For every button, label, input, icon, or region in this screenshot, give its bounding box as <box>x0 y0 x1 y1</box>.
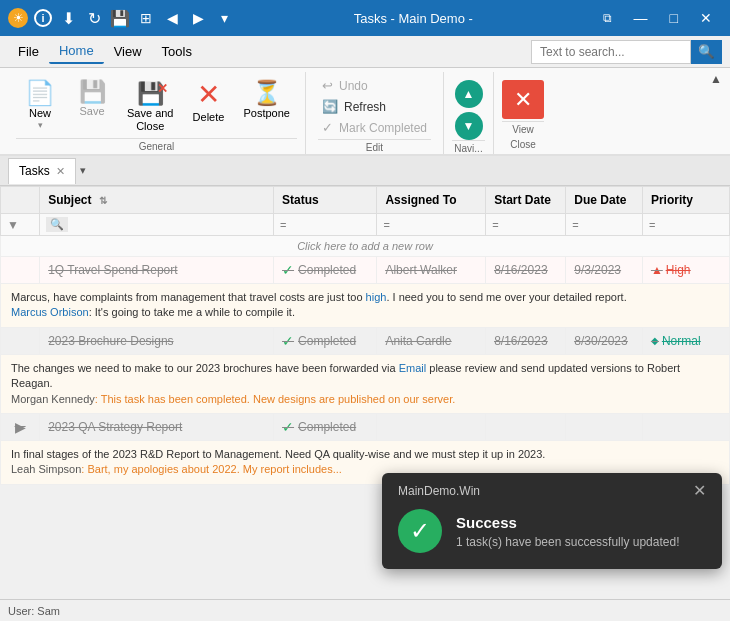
assigned-filter-cell[interactable]: = <box>377 214 486 236</box>
save-close-label: Save andClose <box>127 107 173 133</box>
navi-buttons: ▲ ▼ <box>455 76 483 140</box>
search-input[interactable] <box>531 40 691 64</box>
row2-start: 8/16/2023 <box>486 327 566 354</box>
row2-response-text: : This task has been completed. New desi… <box>95 393 456 405</box>
sun-icon[interactable]: ☀ <box>8 8 28 28</box>
row1-subject-cell: 1Q Travel Spend Report <box>40 257 274 284</box>
status-col-header[interactable]: Status <box>274 187 377 214</box>
row3-response-text: : Bart, my apologies about 2022. My repo… <box>81 463 341 475</box>
save-close-x-icon: ✕ <box>157 81 168 96</box>
row1-author-link[interactable]: Marcus Orbison <box>11 306 89 318</box>
refresh-label: Refresh <box>344 100 386 114</box>
due-filter-cell[interactable]: = <box>566 214 643 236</box>
navi-down-button[interactable]: ▼ <box>455 112 483 140</box>
menu-file[interactable]: File <box>8 40 49 63</box>
undo-button[interactable]: ↩ Undo <box>318 76 431 95</box>
ribbon-group-edit: ↩ Undo 🔄 Refresh ✓ Mark Completed Edit <box>306 72 444 154</box>
row3-start <box>486 413 566 440</box>
subject-filter-cell[interactable]: 🔍 <box>40 214 274 236</box>
row1-status-wrap: ✓ Completed <box>282 262 368 278</box>
tab-tasks-label: Tasks <box>19 164 50 178</box>
nav-dropdown-icon[interactable]: ▾ <box>214 8 234 28</box>
download-icon[interactable]: ⬇ <box>58 8 78 28</box>
save-button[interactable]: 💾 Save <box>68 76 116 123</box>
row2-start-text: 8/16/2023 <box>494 334 547 348</box>
general-group-label: General <box>16 138 297 156</box>
toast-message: 1 task(s) have been successfully updated… <box>456 535 679 549</box>
row2-priority-icon: ◆ <box>651 335 659 346</box>
row2-expander[interactable] <box>16 333 24 349</box>
tab-close-icon[interactable]: ✕ <box>56 165 65 178</box>
row1-response-text: : It's going to take me a while to compi… <box>89 306 295 318</box>
tile-btn[interactable]: ⧉ <box>593 6 622 30</box>
row1-expand-cell[interactable] <box>1 257 40 284</box>
row1-expander[interactable] <box>16 262 24 278</box>
refresh-button[interactable]: 🔄 Refresh <box>318 97 431 116</box>
nav-next-icon[interactable]: ▶ <box>188 8 208 28</box>
row3-expander[interactable]: ▶ <box>11 419 30 435</box>
save-icon-title[interactable]: 💾 <box>110 8 130 28</box>
edit-group-label: Edit <box>318 139 431 157</box>
delete-icon: ✕ <box>197 81 220 109</box>
maximize-btn[interactable]: □ <box>660 6 688 30</box>
new-button[interactable]: 📄 New ▾ <box>16 76 64 135</box>
add-row[interactable]: Click here to add a new row <box>1 236 730 257</box>
search-button[interactable]: 🔍 <box>691 40 722 64</box>
row3-expand-cell[interactable]: ▶ <box>1 413 40 440</box>
table-row[interactable]: 2023 Brochure Designs ✓ Completed Anita … <box>1 327 730 354</box>
row2-expand-cell[interactable] <box>1 327 40 354</box>
start-filter-cell[interactable]: = <box>486 214 566 236</box>
row1-start: 8/16/2023 <box>486 257 566 284</box>
refresh-icon-title[interactable]: ↻ <box>84 8 104 28</box>
row2-subject-cell: 2023 Brochure Designs <box>40 327 274 354</box>
row2-expand-row: The changes we need to make to our 2023 … <box>1 354 730 413</box>
save-close-button[interactable]: 💾 ✕ Save andClose <box>120 76 180 138</box>
menu-home[interactable]: Home <box>49 39 104 64</box>
assigned-col-header[interactable]: Assigned To <box>377 187 486 214</box>
title-bar-controls: ⧉ — □ ✕ <box>593 6 722 30</box>
delete-button[interactable]: ✕ Delete <box>184 76 232 129</box>
title-bar-icons: ☀ i ⬇ ↻ 💾 ⊞ ◀ ▶ ▾ <box>8 8 234 28</box>
row1-link1[interactable]: high <box>366 291 387 303</box>
info-icon[interactable]: i <box>34 9 52 27</box>
status-filter-cell[interactable]: = <box>274 214 377 236</box>
row2-link1[interactable]: Email <box>399 362 427 374</box>
postpone-label: Postpone <box>243 107 289 120</box>
filter-icon[interactable]: ▼ <box>7 218 19 232</box>
priority-filter-cell[interactable]: = <box>642 214 729 236</box>
status-bar: User: Sam <box>0 599 730 621</box>
subject-filter-input[interactable]: 🔍 <box>46 217 68 232</box>
toast-notification: MainDemo.Win ✕ ✓ Success 1 task(s) have … <box>382 473 722 569</box>
priority-col-header[interactable]: Priority <box>642 187 729 214</box>
minimize-btn[interactable]: — <box>624 6 658 30</box>
subject-col-header[interactable]: Subject ⇅ <box>40 187 274 214</box>
title-bar-left: ☀ i ⬇ ↻ 💾 ⊞ ◀ ▶ ▾ <box>8 8 234 28</box>
grid-icon[interactable]: ⊞ <box>136 8 156 28</box>
tab-bar: Tasks ✕ ▾ <box>0 156 730 186</box>
tab-dropdown-icon[interactable]: ▾ <box>80 164 86 177</box>
save-close-icon-wrap: 💾 ✕ <box>137 81 164 107</box>
menu-view[interactable]: View <box>104 40 152 63</box>
toast-close-button[interactable]: ✕ <box>693 481 706 500</box>
due-date-col-header[interactable]: Due Date <box>566 187 643 214</box>
close-view-button[interactable]: ✕ <box>502 80 544 119</box>
close-btn[interactable]: ✕ <box>690 6 722 30</box>
row1-expand-cell-content: Marcus, have complaints from management … <box>1 284 730 328</box>
ribbon-collapse-button[interactable]: ▲ <box>710 72 722 86</box>
mark-completed-button[interactable]: ✓ Mark Completed <box>318 118 431 137</box>
menu-tools[interactable]: Tools <box>152 40 202 63</box>
view-group-label: View <box>502 121 544 139</box>
subject-sort-icon[interactable]: ⇅ <box>99 195 107 206</box>
row2-due: 8/30/2023 <box>566 327 643 354</box>
add-row-cell[interactable]: Click here to add a new row <box>1 236 730 257</box>
start-date-col-header[interactable]: Start Date <box>486 187 566 214</box>
main-content: Subject ⇅ Status Assigned To Start Date … <box>0 186 730 599</box>
tab-tasks[interactable]: Tasks ✕ <box>8 158 76 184</box>
postpone-button[interactable]: ⏳ Postpone <box>236 76 296 125</box>
nav-prev-icon[interactable]: ◀ <box>162 8 182 28</box>
navi-up-button[interactable]: ▲ <box>455 80 483 108</box>
table-row[interactable]: ▶ 2023 QA Strategy Report ✓ Completed <box>1 413 730 440</box>
table-row[interactable]: 1Q Travel Spend Report ✓ Completed Alber… <box>1 257 730 284</box>
mark-completed-label: Mark Completed <box>339 121 427 135</box>
row3-subject-cell: 2023 QA Strategy Report <box>40 413 274 440</box>
